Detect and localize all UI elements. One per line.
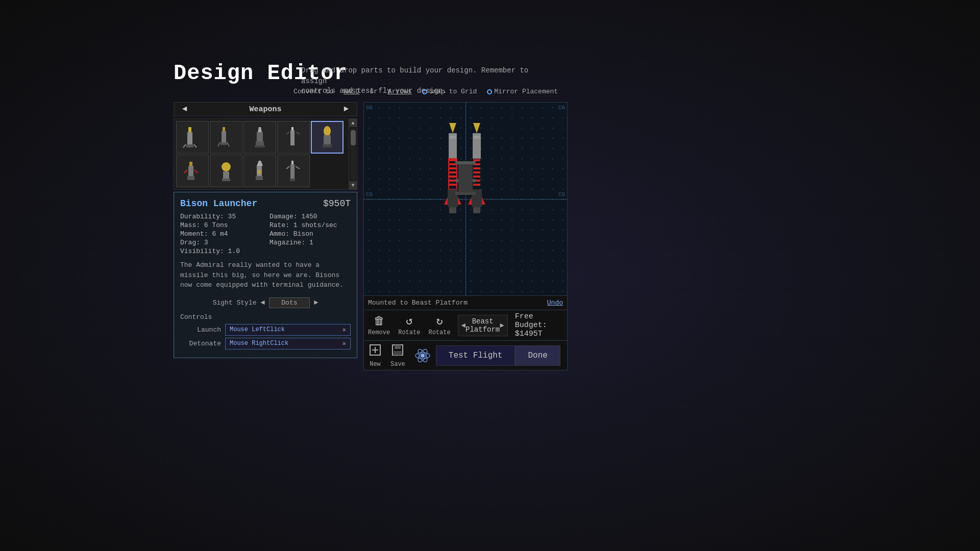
- svg-rect-25: [187, 176, 194, 180]
- svg-rect-22: [188, 166, 193, 176]
- platform-next-button[interactable]: ►: [500, 321, 504, 330]
- launch-value: Mouse LeftClick: [230, 326, 285, 333]
- part-image: [179, 124, 206, 151]
- design-canvas[interactable]: CG CG CG CG: [363, 102, 568, 296]
- rotate-left-button[interactable]: ↺ Rotate: [394, 312, 424, 338]
- rotate-right-button[interactable]: ↻ Rotate: [424, 312, 454, 338]
- scroll-down-button[interactable]: ▼: [349, 181, 357, 189]
- category-prev-button[interactable]: ◄: [178, 105, 191, 114]
- part-item[interactable]: [210, 121, 242, 154]
- svg-rect-2: [186, 144, 193, 147]
- svg-rect-27: [223, 171, 229, 179]
- rotate-left-label: Rotate: [398, 329, 420, 336]
- parts-grid-container: ▲ ▼: [174, 118, 357, 190]
- svg-rect-58: [473, 167, 480, 169]
- detonate-input[interactable]: Mouse RightClick ✕: [225, 338, 351, 349]
- sight-next-button[interactable]: ►: [314, 298, 318, 307]
- part-item[interactable]: [176, 155, 209, 187]
- svg-rect-67: [455, 161, 476, 164]
- category-label: Weapons: [191, 105, 340, 114]
- svg-rect-7: [220, 142, 227, 145]
- category-next-button[interactable]: ►: [339, 105, 353, 114]
- launch-label: Launch: [180, 326, 221, 334]
- atom-icon-container: [409, 346, 436, 365]
- part-image: [247, 124, 273, 151]
- platform-name: Beast Platform: [465, 317, 500, 334]
- part-item[interactable]: [176, 121, 209, 154]
- done-button[interactable]: Done: [515, 345, 560, 366]
- svg-line-35: [286, 166, 289, 169]
- atom-icon: [413, 346, 432, 365]
- svg-point-77: [421, 354, 425, 358]
- sight-prev-button[interactable]: ◄: [261, 298, 265, 307]
- platform-prev-button[interactable]: ◄: [461, 321, 465, 330]
- part-image: [314, 124, 340, 151]
- snap-to-grid-button[interactable]: Snap to Grid: [422, 88, 477, 95]
- mirror-label: Mirror Placement: [494, 88, 558, 95]
- svg-rect-28: [222, 179, 230, 181]
- part-item[interactable]: [243, 155, 276, 187]
- save-icon: [390, 343, 405, 361]
- svg-line-3: [183, 144, 186, 147]
- svg-rect-34: [290, 164, 295, 179]
- arrows-link[interactable]: Arrows: [388, 88, 412, 95]
- wasd-link[interactable]: WASD: [344, 88, 359, 95]
- new-button[interactable]: New: [364, 341, 386, 370]
- svg-marker-53: [473, 123, 480, 133]
- svg-marker-50: [444, 197, 448, 205]
- parts-grid: [174, 119, 349, 189]
- test-flight-label: Test Flight: [449, 351, 503, 360]
- rocket-assembly: [435, 118, 496, 276]
- part-item[interactable]: [277, 121, 310, 154]
- svg-rect-40: [450, 136, 456, 139]
- svg-rect-19: [324, 135, 331, 144]
- scroll-up-button[interactable]: ▲: [349, 119, 357, 127]
- mirror-placement-button[interactable]: Mirror Placement: [487, 88, 558, 95]
- svg-rect-66: [473, 207, 480, 213]
- svg-rect-44: [449, 167, 456, 169]
- launch-clear-button[interactable]: ✕: [342, 326, 346, 334]
- test-flight-button[interactable]: Test Flight: [436, 345, 516, 366]
- svg-marker-29: [257, 161, 263, 166]
- budget-label: Free Budget: $1495T: [511, 312, 567, 338]
- corner-label-tr: CG: [558, 105, 565, 111]
- stat-ammo: Ammo: Bison: [270, 230, 351, 238]
- controls-label: Controls: [180, 313, 351, 321]
- info-panel: Bison Launcher $950T Durability: 35 Dama…: [174, 192, 357, 358]
- mounted-label: Mounted to Beast Platform: [368, 299, 468, 307]
- remove-button[interactable]: 🗑 Remove: [364, 312, 394, 338]
- grid-scrollbar: ▲ ▼: [349, 119, 357, 189]
- remove-label: Remove: [368, 329, 390, 336]
- svg-rect-33: [291, 161, 293, 164]
- svg-marker-64: [468, 197, 472, 205]
- svg-marker-65: [482, 197, 485, 205]
- stat-visibility: Visibility: 1.0: [180, 247, 261, 255]
- launch-input[interactable]: Mouse LeftClick ✕: [225, 324, 351, 336]
- scroll-thumb[interactable]: [351, 130, 356, 145]
- part-item[interactable]: [311, 121, 344, 154]
- svg-rect-55: [474, 136, 480, 139]
- sight-style-label: Sight Style: [213, 299, 257, 307]
- undo-button[interactable]: Undo: [547, 299, 563, 307]
- weapon-price: $950T: [323, 198, 351, 209]
- svg-line-9: [227, 142, 229, 146]
- scroll-track: [351, 128, 356, 180]
- part-item[interactable]: [210, 155, 242, 187]
- stat-magazine: Magazine: 1: [270, 239, 351, 246]
- save-button[interactable]: Save: [386, 341, 409, 370]
- svg-marker-38: [449, 123, 456, 133]
- detonate-control-row: Detonate Mouse RightClick ✕: [180, 338, 351, 349]
- remove-icon: 🗑: [374, 314, 385, 328]
- part-item[interactable]: [243, 121, 276, 154]
- save-label: Save: [390, 361, 405, 368]
- detonate-clear-button[interactable]: ✕: [342, 340, 346, 347]
- svg-rect-42: [449, 159, 456, 161]
- part-item[interactable]: [277, 155, 310, 187]
- part-image: [247, 158, 273, 184]
- svg-rect-59: [473, 171, 480, 173]
- svg-rect-21: [189, 162, 192, 166]
- part-image: [213, 124, 239, 151]
- rotate-left-icon: ↺: [406, 314, 412, 328]
- svg-line-8: [218, 142, 220, 146]
- rotate-right-icon: ↻: [436, 314, 443, 328]
